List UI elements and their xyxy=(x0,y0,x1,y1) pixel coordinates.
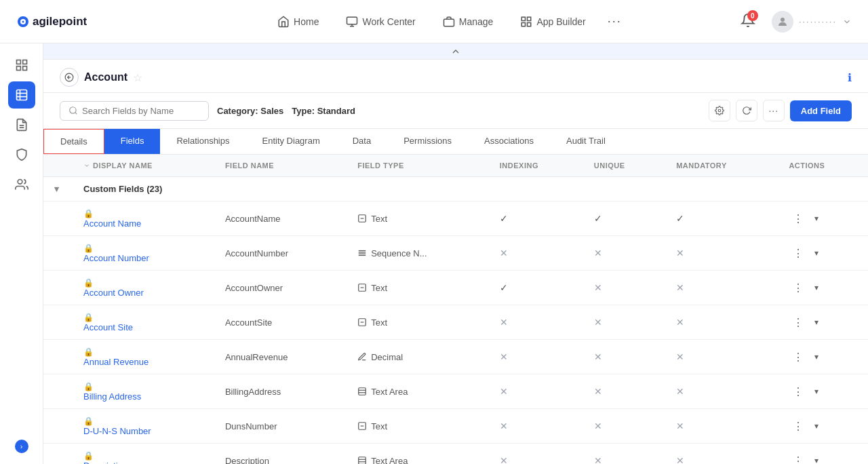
nav-work-center[interactable]: Work Center xyxy=(335,10,426,33)
sidebar-item-dashboard[interactable] xyxy=(8,52,35,79)
x-icon: ✕ xyxy=(594,317,602,328)
content-area: Account ☆ ℹ Category: Sales Type: xyxy=(43,43,868,464)
row-expand-button[interactable]: ▾ xyxy=(810,420,823,432)
search-icon xyxy=(68,106,78,115)
field-link-billing-address[interactable]: Billing Address xyxy=(83,391,203,402)
field-link-account-site[interactable]: Account Site xyxy=(83,322,203,332)
row-expand-button[interactable]: ▾ xyxy=(810,455,823,464)
col-expand xyxy=(43,155,73,177)
sort-icon xyxy=(83,162,90,169)
row-expand-button[interactable]: ▾ xyxy=(810,351,823,363)
filters-row: Category: Sales Type: Standard ··· xyxy=(43,93,868,129)
tab-permissions[interactable]: Permissions xyxy=(387,129,468,154)
tab-relationships[interactable]: Relationships xyxy=(160,129,245,154)
back-button[interactable] xyxy=(60,68,79,87)
tab-fields[interactable]: Fields xyxy=(104,129,161,154)
dashboard-icon xyxy=(15,58,28,72)
row-actions: ⋮ ▾ xyxy=(789,384,857,400)
row-more-button[interactable]: ⋮ xyxy=(789,419,808,434)
refresh-button[interactable] xyxy=(736,100,757,121)
field-link-duns-number[interactable]: D-U-N-S Number xyxy=(83,426,203,436)
category-value: Sales xyxy=(260,106,283,116)
category-label: Category: xyxy=(217,106,258,116)
search-box xyxy=(60,101,209,121)
row-expand-button[interactable]: ▾ xyxy=(810,212,823,225)
check-icon: ✓ xyxy=(676,213,684,224)
tab-entity-diagram[interactable]: Entity Diagram xyxy=(245,129,336,154)
sidebar-item-groups[interactable] xyxy=(8,171,35,198)
nav-manage[interactable]: Manage xyxy=(432,10,505,33)
logo-svg: agilepoint xyxy=(16,9,104,34)
document-icon xyxy=(15,118,28,132)
cell-display-name: 🔒 Description xyxy=(73,444,214,465)
row-more-button[interactable]: ⋮ xyxy=(789,280,808,296)
cell-field-type: Sequence N... xyxy=(347,236,489,271)
svg-point-2 xyxy=(22,20,24,22)
x-icon: ✕ xyxy=(676,282,684,293)
x-icon: ✕ xyxy=(594,421,602,431)
row-more-button[interactable]: ⋮ xyxy=(789,246,808,261)
row-indent xyxy=(43,305,73,340)
add-field-button[interactable]: Add Field xyxy=(790,100,852,121)
row-more-button[interactable]: ⋮ xyxy=(789,211,808,227)
user-avatar xyxy=(772,11,793,33)
refresh-icon xyxy=(742,106,751,115)
field-link-description[interactable]: Description xyxy=(83,461,203,464)
field-link-annual-revenue[interactable]: Annual Revenue xyxy=(83,357,203,367)
table-row: 🔒 Description Description Text Area ✕ xyxy=(43,444,868,465)
cell-display-name: 🔒 Account Owner xyxy=(73,271,214,305)
sidebar-item-audit[interactable] xyxy=(8,111,35,138)
svg-point-23 xyxy=(18,180,22,185)
tab-data[interactable]: Data xyxy=(336,129,387,154)
cell-mandatory: ✕ xyxy=(665,374,778,409)
row-expand-button[interactable]: ▾ xyxy=(810,282,823,294)
collapse-bar[interactable] xyxy=(43,43,868,60)
cell-indexing: ✓ xyxy=(489,271,583,305)
field-link-account-number[interactable]: Account Number xyxy=(83,253,203,263)
cell-indexing: ✕ xyxy=(489,236,583,271)
field-link-account-name[interactable]: Account Name xyxy=(83,218,203,229)
check-icon: ✓ xyxy=(500,282,508,293)
cell-field-name: Description xyxy=(214,444,347,465)
table-row: 🔒 Account Number AccountNumber Sequence … xyxy=(43,236,868,271)
row-more-button[interactable]: ⋮ xyxy=(789,315,808,330)
row-more-button[interactable]: ⋮ xyxy=(789,349,808,365)
row-more-button[interactable]: ⋮ xyxy=(789,453,808,465)
search-input[interactable] xyxy=(82,106,191,116)
row-expand-button[interactable]: ▾ xyxy=(810,247,823,259)
row-more-button[interactable]: ⋮ xyxy=(789,384,808,400)
col-display-name[interactable]: DISPLAY NAME xyxy=(73,155,214,177)
settings-button[interactable] xyxy=(709,100,730,121)
cell-field-name: AccountSite xyxy=(214,305,347,340)
tab-associations[interactable]: Associations xyxy=(468,129,550,154)
row-expand-button[interactable]: ▾ xyxy=(810,385,823,398)
favorite-button[interactable]: ☆ xyxy=(133,71,142,84)
x-icon: ✕ xyxy=(594,351,602,362)
sidebar-expand-button[interactable]: › xyxy=(15,440,28,453)
sidebar-item-security[interactable] xyxy=(8,141,35,168)
user-menu[interactable]: ·········· xyxy=(772,11,852,33)
group-expand-icon[interactable]: ▾ xyxy=(54,184,59,194)
nav-app-builder[interactable]: App Builder xyxy=(509,10,596,33)
tab-audit-trail[interactable]: Audit Trail xyxy=(550,129,622,154)
group-expand-cell[interactable]: ▾ xyxy=(43,177,73,201)
text-type-icon xyxy=(357,317,367,327)
svg-rect-4 xyxy=(347,17,357,24)
sidebar-item-fields[interactable] xyxy=(8,81,35,109)
row-expand-button[interactable]: ▾ xyxy=(810,316,823,328)
more-options-icon: ··· xyxy=(768,105,778,116)
nav-home[interactable]: Home xyxy=(267,10,330,33)
row-indent xyxy=(43,340,73,374)
cell-field-name: AnnualRevenue xyxy=(214,340,347,374)
more-options-button[interactable]: ··· xyxy=(763,100,785,121)
field-link-account-owner[interactable]: Account Owner xyxy=(83,288,203,298)
nav-more-button[interactable]: ··· xyxy=(602,9,627,34)
svg-rect-17 xyxy=(16,90,26,100)
info-button[interactable]: ℹ xyxy=(848,72,852,83)
tab-details[interactable]: Details xyxy=(43,129,104,154)
notification-button[interactable]: 0 xyxy=(735,7,761,35)
svg-rect-14 xyxy=(22,60,26,64)
filter-actions: ··· Add Field xyxy=(709,100,852,121)
page-title: Account xyxy=(84,71,127,83)
nav-links: Home Work Center Manage App Builder ··· xyxy=(159,9,735,34)
